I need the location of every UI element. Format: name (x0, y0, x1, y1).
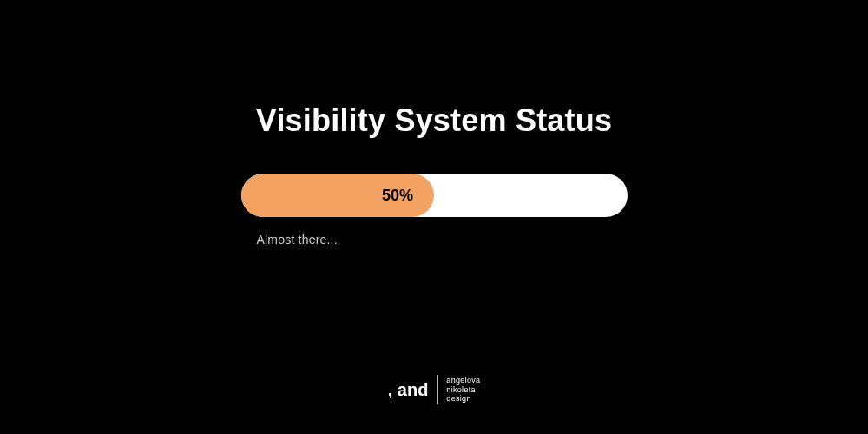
progress-fill: 50% (241, 174, 435, 217)
status-text: Almost there... (241, 233, 628, 247)
brand-logo: , and angelova nikoleta design (388, 375, 481, 404)
brand-line-1: angelova (446, 376, 480, 385)
brand-left-text: , and (388, 380, 429, 400)
brand-line-3: design (446, 394, 480, 404)
brand-right-text: angelova nikoleta design (446, 376, 480, 404)
page-title: Visibility System Status (256, 102, 612, 139)
brand-divider (437, 375, 437, 404)
brand-line-2: nikoleta (446, 385, 480, 395)
progress-bar: 50% (241, 174, 628, 217)
progress-percent-label: 50% (382, 187, 413, 205)
